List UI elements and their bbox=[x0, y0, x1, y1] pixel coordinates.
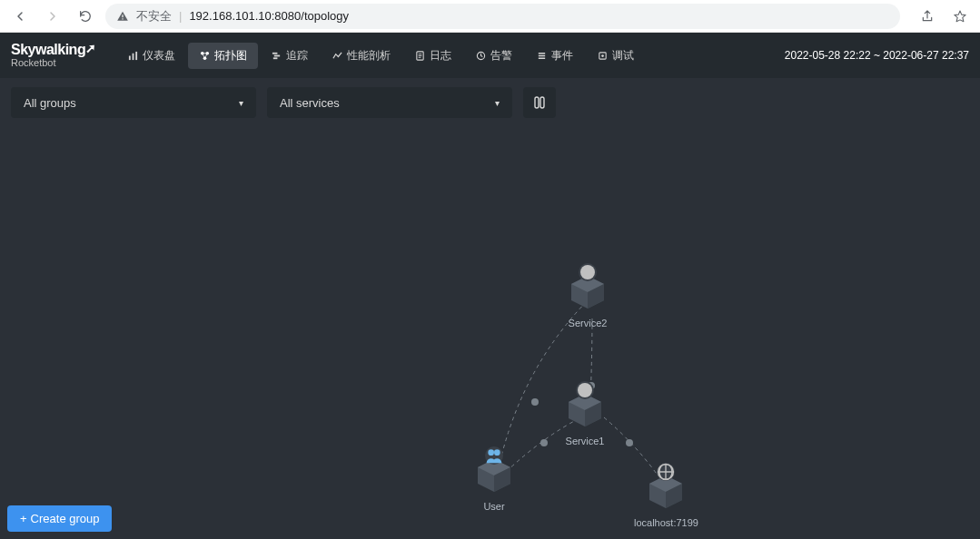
menu-event-label: 事件 bbox=[551, 48, 573, 64]
groups-dropdown-label: All groups bbox=[24, 96, 76, 110]
cube-icon bbox=[568, 272, 608, 312]
back-icon[interactable] bbox=[7, 4, 33, 29]
menu-trace-label: 追踪 bbox=[286, 48, 308, 64]
chevron-down-icon: ▾ bbox=[495, 98, 500, 108]
app-header: Skywalking➚ Rocketbot 仪表盘 拓扑图 追踪 性能剖析 日志… bbox=[0, 33, 980, 78]
svg-rect-2 bbox=[128, 55, 130, 60]
topology-icon bbox=[199, 50, 210, 61]
svg-rect-3 bbox=[132, 53, 134, 59]
node-localhost[interactable]: localhost:7199 bbox=[634, 472, 698, 528]
svg-point-18 bbox=[540, 439, 548, 446]
menu-alarm-label: 告警 bbox=[490, 48, 512, 64]
alarm-icon bbox=[475, 50, 486, 61]
cube-icon bbox=[565, 390, 605, 430]
svg-rect-16 bbox=[540, 97, 544, 108]
share-icon[interactable] bbox=[915, 4, 940, 29]
warning-icon bbox=[116, 10, 129, 23]
menu-log-label: 日志 bbox=[430, 48, 451, 64]
globe-badge-icon bbox=[657, 463, 675, 481]
debug-icon bbox=[597, 50, 608, 61]
address-bar[interactable]: 不安全 | 192.168.101.10:8080/topology bbox=[105, 4, 900, 29]
address-divider: | bbox=[179, 9, 182, 23]
menu-trace[interactable]: 追踪 bbox=[260, 43, 319, 69]
svg-rect-0 bbox=[122, 15, 123, 17]
trace-icon bbox=[271, 50, 282, 61]
chevron-down-icon: ▾ bbox=[239, 98, 243, 108]
node-badge-icon bbox=[579, 263, 597, 281]
menu-debug-label: 调试 bbox=[612, 48, 634, 64]
plus-icon: + bbox=[20, 512, 27, 525]
profile-icon bbox=[332, 50, 342, 61]
node-label: User bbox=[483, 501, 504, 512]
url-text: 192.168.101.10:8080/topology bbox=[189, 9, 349, 23]
menu-profile[interactable]: 性能剖析 bbox=[321, 43, 401, 69]
menu-alarm[interactable]: 告警 bbox=[464, 43, 523, 69]
browser-toolbar: 不安全 | 192.168.101.10:8080/topology bbox=[0, 0, 980, 33]
node-service1[interactable]: Service1 bbox=[565, 390, 605, 446]
menu-topology[interactable]: 拓扑图 bbox=[188, 43, 258, 69]
svg-rect-4 bbox=[135, 51, 137, 59]
layout-toggle-button[interactable] bbox=[523, 87, 556, 118]
brand-subtitle: Rocketbot bbox=[11, 58, 113, 68]
layout-icon bbox=[532, 95, 547, 110]
menu-profile-label: 性能剖析 bbox=[347, 48, 391, 64]
node-label: Service1 bbox=[566, 436, 605, 446]
dashboard-icon bbox=[127, 50, 138, 61]
services-dropdown[interactable]: All services ▾ bbox=[267, 87, 512, 118]
brand-logo[interactable]: Skywalking➚ Rocketbot bbox=[11, 43, 113, 68]
brand-title-b: walking bbox=[35, 42, 85, 57]
menu-topology-label: 拓扑图 bbox=[214, 48, 247, 64]
node-label: localhost:7199 bbox=[634, 517, 698, 528]
main-menu: 仪表盘 拓扑图 追踪 性能剖析 日志 告警 事件 调试 bbox=[116, 43, 645, 69]
svg-point-17 bbox=[531, 398, 539, 406]
brand-title-a: Sky bbox=[11, 42, 35, 57]
svg-rect-15 bbox=[535, 97, 539, 108]
insecure-label: 不安全 bbox=[136, 8, 172, 24]
svg-point-30 bbox=[494, 449, 500, 456]
topology-canvas[interactable]: Service2 Service1 User localhost:7199 bbox=[0, 118, 980, 539]
reload-icon[interactable] bbox=[73, 4, 98, 29]
create-group-label: Create group bbox=[31, 512, 100, 525]
node-label: Service2 bbox=[569, 318, 608, 328]
create-group-button[interactable]: + Create group bbox=[7, 505, 112, 532]
node-badge-icon bbox=[576, 381, 594, 399]
node-user[interactable]: User bbox=[474, 456, 514, 512]
services-dropdown-label: All services bbox=[280, 96, 340, 110]
svg-point-14 bbox=[601, 54, 604, 57]
svg-point-29 bbox=[488, 449, 494, 456]
forward-icon[interactable] bbox=[40, 4, 65, 29]
cube-icon bbox=[474, 456, 514, 495]
menu-dashboard[interactable]: 仪表盘 bbox=[116, 43, 186, 69]
svg-rect-9 bbox=[273, 54, 279, 56]
svg-rect-1 bbox=[122, 18, 123, 19]
log-icon bbox=[414, 50, 425, 61]
brand-arc-icon: ➚ bbox=[85, 42, 96, 54]
menu-dashboard-label: 仪表盘 bbox=[143, 48, 175, 64]
svg-point-21 bbox=[580, 265, 595, 279]
event-icon bbox=[536, 50, 547, 61]
menu-debug[interactable]: 调试 bbox=[586, 43, 645, 69]
cube-icon bbox=[646, 472, 686, 512]
time-range[interactable]: 2022-05-28 22:22 ~ 2022-06-27 22:37 bbox=[785, 49, 969, 62]
user-badge-icon bbox=[485, 446, 503, 465]
svg-point-20 bbox=[626, 439, 633, 446]
groups-dropdown[interactable]: All groups ▾ bbox=[11, 87, 256, 118]
menu-event[interactable]: 事件 bbox=[525, 43, 584, 69]
node-service2[interactable]: Service2 bbox=[568, 272, 608, 328]
star-icon[interactable] bbox=[947, 4, 973, 29]
svg-point-25 bbox=[578, 383, 592, 397]
menu-log[interactable]: 日志 bbox=[403, 43, 462, 69]
svg-rect-8 bbox=[272, 52, 277, 54]
svg-rect-10 bbox=[272, 57, 277, 59]
